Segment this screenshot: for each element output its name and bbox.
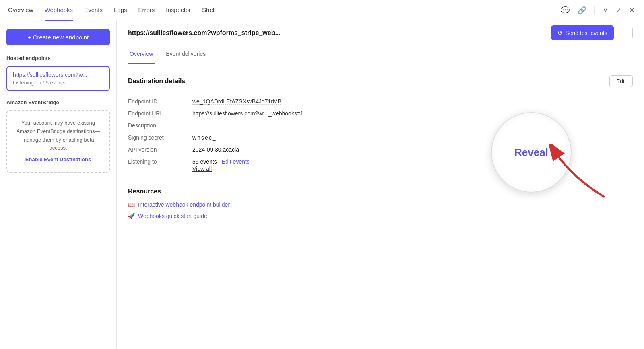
comment-icon[interactable]: 💬 — [559, 4, 571, 16]
edit-button[interactable]: Edit — [609, 75, 633, 87]
top-nav: Overview Webhooks Events Logs Errors Ins… — [0, 0, 644, 21]
field-label-api-version: API version — [128, 144, 192, 156]
enable-destinations-link[interactable]: Enable Event Destinations — [14, 156, 103, 164]
chevron-down-icon[interactable]: ∨ — [601, 5, 609, 16]
nav-errors[interactable]: Errors — [138, 0, 155, 21]
nav-items: Overview Webhooks Events Logs Errors Ins… — [8, 0, 559, 21]
nav-overview[interactable]: Overview — [8, 0, 33, 21]
more-options-button[interactable]: ··· — [619, 27, 633, 39]
amazon-box: Your account may have existing Amazon Ev… — [6, 110, 110, 173]
edit-events-link[interactable]: Edit events — [222, 158, 250, 165]
refresh-icon: ↺ — [557, 29, 563, 37]
nav-events[interactable]: Events — [84, 0, 103, 21]
endpoint-meta: Listening for 55 events — [13, 80, 103, 86]
main-content: https://sulliesflowers.com?wpforms_strip… — [117, 21, 644, 349]
resources-section: Resources 📖 Interactive webhook endpoint… — [128, 188, 633, 219]
layout: + Create new endpoint Hosted endpoints h… — [0, 21, 644, 349]
field-label-endpoint-id: Endpoint ID — [128, 95, 192, 107]
nav-icons: 💬 🔗 ∨ ⤢ ✕ — [559, 4, 636, 16]
field-value-description — [192, 119, 633, 131]
tab-overview[interactable]: Overview — [128, 45, 155, 64]
field-value-signing-secret: whsec_· · · · · · · · · · · · · · · — [192, 134, 285, 141]
field-value-endpoint-id: we_1QADrdLEfAZSXsvB4Jq71rMB — [192, 98, 281, 105]
webhook-builder-link[interactable]: 📖 Interactive webhook endpoint builder — [128, 201, 633, 208]
link-icon[interactable]: 🔗 — [576, 4, 588, 16]
destination-details-header: Destination details Edit — [128, 75, 633, 87]
sidebar: + Create new endpoint Hosted endpoints h… — [0, 21, 117, 349]
quick-start-label: Webhooks quick start guide — [138, 213, 207, 219]
book-icon: 📖 — [128, 201, 135, 208]
quick-start-link[interactable]: 🚀 Webhooks quick start guide — [128, 213, 633, 219]
endpoint-url: https://sulliesflowers.com?w... — [13, 72, 103, 78]
close-icon[interactable]: ✕ — [627, 5, 636, 16]
overview-content: Destination details Edit Endpoint ID we_… — [117, 64, 644, 240]
reveal-label: Reveal — [514, 146, 548, 159]
tab-event-deliveries[interactable]: Event deliveries — [164, 45, 207, 64]
events-count: 55 events — [192, 158, 217, 165]
field-value-endpoint-url: https://sulliesflowers.com?wr..._webhook… — [192, 110, 303, 117]
amazon-title: Amazon EventBridge — [6, 99, 110, 105]
field-label-description: Description — [128, 119, 192, 131]
field-label-signing-secret: Signing secret — [128, 131, 192, 144]
nav-divider — [594, 6, 595, 15]
send-test-label: Send test events — [565, 30, 607, 36]
destination-details-title: Destination details — [128, 78, 185, 85]
send-test-events-button[interactable]: ↺ Send test events — [551, 25, 613, 40]
amazon-description: Your account may have existing Amazon Ev… — [16, 120, 100, 151]
nav-webhooks[interactable]: Webhooks — [45, 0, 73, 21]
amazon-section: Amazon EventBridge Your account may have… — [6, 99, 110, 173]
section-separator — [128, 229, 633, 229]
rocket-icon: 🚀 — [128, 213, 135, 219]
collapse-icon[interactable]: ⤢ — [614, 5, 623, 16]
reveal-overlay: Reveal — [491, 112, 572, 193]
table-row: Endpoint URL https://sulliesflowers.com?… — [128, 107, 633, 119]
main-tabs: Overview Event deliveries — [117, 45, 644, 64]
nav-logs[interactable]: Logs — [114, 0, 127, 21]
endpoint-list-item[interactable]: https://sulliesflowers.com?w... Listenin… — [6, 66, 110, 91]
main-endpoint-title: https://sulliesflowers.com?wpforms_strip… — [128, 29, 546, 37]
create-endpoint-button[interactable]: + Create new endpoint — [6, 29, 110, 45]
main-header: https://sulliesflowers.com?wpforms_strip… — [117, 21, 644, 45]
field-label-listening-to: Listening to — [128, 156, 192, 175]
nav-shell[interactable]: Shell — [202, 0, 215, 21]
resources-heading: Resources — [128, 188, 633, 195]
webhook-builder-label: Interactive webhook endpoint builder — [138, 201, 230, 208]
hosted-endpoints-title: Hosted endpoints — [6, 55, 110, 61]
field-label-endpoint-url: Endpoint URL — [128, 107, 192, 119]
table-row: Endpoint ID we_1QADrdLEfAZSXsvB4Jq71rMB — [128, 95, 633, 107]
nav-inspector[interactable]: Inspector — [166, 0, 191, 21]
